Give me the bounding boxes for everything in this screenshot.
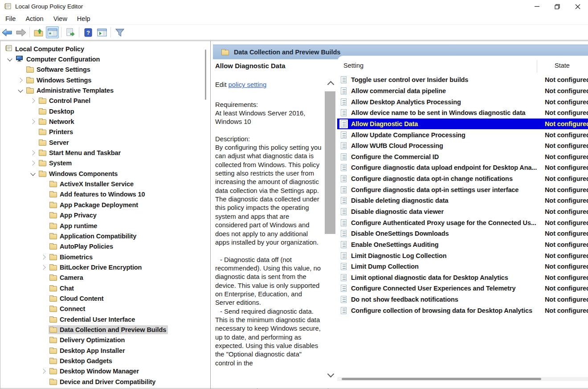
tree-item-core: Server — [38, 138, 71, 147]
setting-name: Allow device name to be sent in Windows … — [351, 109, 526, 116]
help-button[interactable]: ? — [82, 26, 94, 38]
menu-file[interactable]: File — [0, 14, 20, 24]
policy-icon — [339, 131, 348, 139]
detail-scroll-down-button[interactable] — [326, 372, 335, 378]
tree-item-delivery-optimization[interactable]: Delivery Optimization — [0, 335, 210, 345]
tree-item-app-privacy[interactable]: App Privacy — [0, 210, 210, 221]
chevron-down-icon[interactable] — [5, 56, 15, 63]
chevron-right-icon[interactable] — [39, 254, 49, 261]
list-item-disable-onesettings-downloads[interactable]: Disable OneSettings DownloadsNot configu… — [337, 228, 588, 239]
tree-item-administrative-templates[interactable]: Administrative Templates — [0, 85, 210, 95]
back-button[interactable] — [0, 26, 13, 38]
chevron-right-icon[interactable] — [28, 97, 38, 104]
list-item-configure-diagnostic-data-upload-endpoin[interactable]: Configure diagnostic data upload endpoin… — [337, 162, 588, 173]
list-item-allow-commercial-data-pipeline[interactable]: Allow commercial data pipelineNot config… — [337, 86, 588, 97]
tree-item-server[interactable]: Server — [0, 137, 210, 147]
list-item-allow-update-compliance-processing[interactable]: Allow Update Compliance ProcessingNot co… — [337, 129, 588, 140]
show-console-tree-button[interactable] — [46, 26, 59, 38]
tree-item-computer-configuration[interactable]: Computer Configuration — [0, 54, 210, 64]
tree-item-desktop-window-manager[interactable]: Desktop Window Manager — [0, 366, 210, 377]
column-header-setting[interactable]: Setting — [343, 62, 363, 69]
tree-item-local-computer-policy[interactable]: Local Computer Policy — [0, 44, 210, 54]
up-one-level-button[interactable] — [32, 26, 45, 38]
list-item-allow-diagnostic-data[interactable]: Allow Diagnostic DataNot configured — [337, 119, 588, 130]
list-item-enable-onesettings-auditing[interactable]: Enable OneSettings AuditingNot configure… — [337, 239, 588, 250]
list-item-configure-diagnostic-data-opt-in-setting[interactable]: Configure diagnostic data opt-in setting… — [337, 184, 588, 195]
tree-item-data-collection-and-preview-builds[interactable]: Data Collection and Preview Builds — [0, 324, 210, 335]
list-item-allow-desktop-analytics-processing[interactable]: Allow Desktop Analytics ProcessingNot co… — [337, 96, 588, 107]
list-item-configure-collection-of-browsing-data-fo[interactable]: Configure collection of browsing data fo… — [337, 305, 588, 316]
list-item-limit-diagnostic-log-collection[interactable]: Limit Diagnostic Log CollectionNot confi… — [337, 250, 588, 261]
policy-setting-link[interactable]: policy setting — [229, 81, 267, 88]
chevron-right-icon[interactable] — [16, 77, 25, 84]
list-horizontal-scrollbar-thumb[interactable] — [342, 378, 541, 380]
tree-item-system[interactable]: System — [0, 158, 210, 168]
setting-state: Not configured — [545, 274, 588, 281]
menu-action[interactable]: Action — [20, 14, 48, 24]
chevron-down-icon[interactable] — [16, 87, 25, 94]
tree-item-start-menu-and-taskbar[interactable]: Start Menu and Taskbar — [0, 147, 210, 158]
list-item-toggle-user-control-over-insider-builds[interactable]: Toggle user control over Insider buildsN… — [337, 74, 588, 86]
chevron-down-icon[interactable] — [28, 170, 38, 177]
list-item-disable-deleting-diagnostic-data[interactable]: Disable deleting diagnostic dataNot conf… — [337, 195, 588, 206]
tree-item-windows-settings[interactable]: Windows Settings — [0, 75, 210, 85]
tree-item-desktop-gadgets[interactable]: Desktop Gadgets — [0, 356, 210, 366]
list-item-allow-device-name-to-be-sent-in-windows-[interactable]: Allow device name to be sent in Windows … — [337, 107, 588, 119]
tree-item-biometrics[interactable]: Biometrics — [0, 252, 210, 262]
list-item-do-not-show-feedback-notifications[interactable]: Do not show feedback notificationsNot co… — [337, 294, 588, 305]
menu-view[interactable]: View — [49, 14, 72, 24]
menu-help[interactable]: Help — [72, 14, 95, 24]
tree-item-desktop[interactable]: Desktop — [0, 106, 210, 116]
forward-button[interactable] — [14, 26, 27, 38]
tree-item-app-package-deployment[interactable]: App Package Deployment — [0, 200, 210, 210]
list-item-limit-dump-collection[interactable]: Limit Dump CollectionNot configured — [337, 261, 588, 272]
list-item-disable-diagnostic-data-viewer[interactable]: Disable diagnostic data viewerNot config… — [337, 206, 588, 217]
minimize-button[interactable] — [527, 0, 547, 13]
tree-item-software-settings[interactable]: Software Settings — [0, 65, 210, 75]
chevron-right-icon[interactable] — [28, 118, 38, 125]
export-list-button[interactable] — [64, 26, 77, 38]
tree-item-application-compatibility[interactable]: Application Compatibility — [0, 231, 210, 241]
tree-item-bitlocker-drive-encryption[interactable]: BitLocker Drive Encryption — [0, 262, 210, 272]
chevron-placeholder — [39, 180, 49, 188]
chevron-right-icon[interactable] — [39, 264, 49, 271]
show-action-pane-button[interactable] — [95, 26, 108, 38]
setting-name: Limit optional diagnostic data for Deskt… — [351, 274, 508, 281]
tree-item-desktop-app-installer[interactable]: Desktop App Installer — [0, 345, 210, 356]
tree-item-control-panel[interactable]: Control Panel — [0, 96, 210, 106]
filter-button[interactable] — [113, 26, 126, 38]
list-item-configure-diagnostic-data-opt-in-change-[interactable]: Configure diagnostic data opt-in change … — [337, 173, 588, 184]
list-item-configure-connected-user-experiences-and[interactable]: Configure Connected User Experiences and… — [337, 283, 588, 294]
tree-item-network[interactable]: Network — [0, 116, 210, 127]
tree-item-cloud-content[interactable]: Cloud Content — [0, 293, 210, 303]
column-divider[interactable] — [537, 60, 537, 73]
chevron-right-icon[interactable] — [28, 149, 38, 156]
list-item-configure-the-commercial-id[interactable]: Configure the Commercial IDNot configure… — [337, 151, 588, 162]
tree-item-device-and-driver-compatibility[interactable]: Device and Driver Compatibility — [0, 377, 210, 387]
chevron-right-icon[interactable] — [28, 160, 38, 167]
tree-item-printers[interactable]: Printers — [0, 127, 210, 137]
edit-policy-line: Edit policy setting — [215, 81, 323, 89]
list-item-limit-optional-diagnostic-data-for-deskt[interactable]: Limit optional diagnostic data for Deskt… — [337, 272, 588, 283]
tree-item-camera[interactable]: Camera — [0, 273, 210, 283]
tree-item-windows-components[interactable]: Windows Components — [0, 168, 210, 179]
tree-item-credential-user-interface[interactable]: Credential User Interface — [0, 314, 210, 324]
tree-item-add-features-to-windows-10[interactable]: Add features to Windows 10 — [0, 189, 210, 200]
requirements-label: Requirements: — [215, 101, 323, 109]
close-button[interactable] — [568, 0, 588, 13]
restore-button[interactable] — [547, 0, 568, 13]
tree-item-activex-installer-service[interactable]: ActiveX Installer Service — [0, 179, 210, 189]
tree-scrollbar[interactable] — [205, 49, 206, 100]
detail-scrollbar-thumb[interactable] — [325, 91, 335, 234]
column-header-state[interactable]: State — [538, 62, 587, 69]
detail-scroll-up-button[interactable] — [326, 80, 335, 86]
chevron-right-icon[interactable] — [39, 368, 49, 375]
setting-name: Disable diagnostic data viewer — [351, 208, 444, 215]
tree-item-autoplay-policies[interactable]: AutoPlay Policies — [0, 242, 210, 252]
list-horizontal-scrollbar[interactable] — [337, 377, 588, 381]
tree-item-chat[interactable]: Chat — [0, 283, 210, 293]
tree-item-app-runtime[interactable]: App runtime — [0, 221, 210, 231]
list-item-configure-authenticated-proxy-usage-for-[interactable]: Configure Authenticated Proxy usage for … — [337, 217, 588, 228]
tree-item-connect[interactable]: Connect — [0, 304, 210, 314]
list-item-allow-wufb-cloud-processing[interactable]: Allow WUfB Cloud ProcessingNot configure… — [337, 140, 588, 152]
